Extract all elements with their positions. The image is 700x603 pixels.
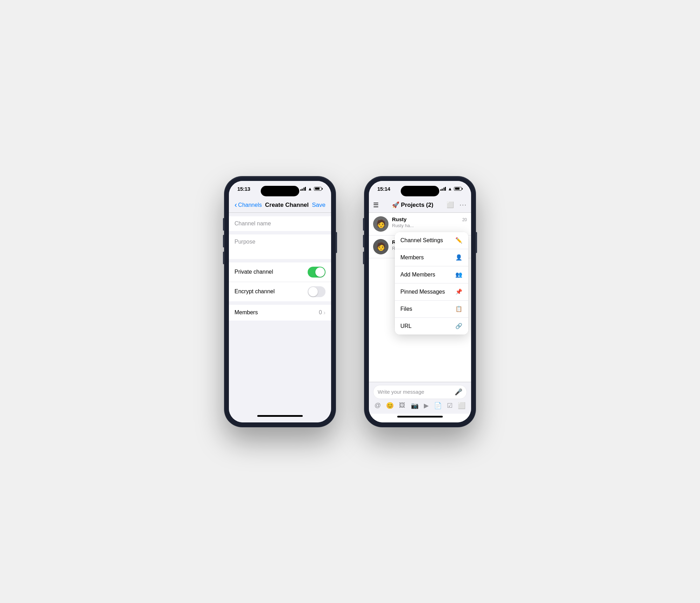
phone1-screen: 15:13 ▲ bbox=[229, 181, 331, 422]
camera-icon[interactable]: 📷 bbox=[411, 402, 419, 409]
dropdown-pinned-messages[interactable]: Pinned Messages 📌 bbox=[395, 283, 468, 301]
members-chevron-icon bbox=[323, 309, 326, 316]
dropdown-add-members[interactable]: Add Members 👥 bbox=[395, 266, 468, 283]
pinned-messages-icon: 📌 bbox=[455, 288, 463, 296]
phone2-screen: 15:14 ▲ bbox=[369, 181, 471, 422]
nav-back-button[interactable]: Channels bbox=[234, 201, 262, 209]
chat-msg-0: Rusty ha... bbox=[392, 223, 467, 228]
pinned-messages-label: Pinned Messages bbox=[400, 289, 445, 295]
hamburger-icon[interactable]: ☰ bbox=[373, 201, 379, 209]
private-channel-label: Private channel bbox=[234, 269, 273, 275]
wifi-icon-2: ▲ bbox=[448, 186, 452, 191]
nav-back-label: Channels bbox=[238, 202, 262, 208]
signal-icon-2 bbox=[440, 187, 446, 191]
channel-name-input[interactable]: Channel name bbox=[229, 216, 331, 231]
save-button[interactable]: Save bbox=[312, 202, 326, 209]
microphone-icon[interactable]: 🎤 bbox=[455, 388, 462, 396]
status-icons-1: ▲ bbox=[300, 186, 323, 191]
chat-item-content-0: Rusty 20 Rusty ha... bbox=[392, 216, 467, 228]
dropdown-menu[interactable]: Channel Settings ✏️ Members 👤 Add Member… bbox=[395, 232, 468, 335]
purpose-placeholder: Purpose bbox=[234, 239, 255, 245]
battery-icon-2 bbox=[454, 187, 463, 191]
members-row[interactable]: Members 0 bbox=[229, 305, 331, 321]
members-count: 0 bbox=[319, 309, 322, 316]
dropdown-channel-settings[interactable]: Channel Settings ✏️ bbox=[395, 232, 468, 249]
members-menu-icon: 👤 bbox=[455, 254, 463, 261]
wifi-icon-1: ▲ bbox=[308, 186, 312, 191]
channel-settings-label: Channel Settings bbox=[400, 237, 443, 244]
status-time-2: 15:14 bbox=[377, 186, 390, 192]
members-menu-label: Members bbox=[400, 254, 424, 261]
add-members-icon: 👥 bbox=[455, 271, 463, 279]
status-icons-2: ▲ bbox=[440, 186, 463, 191]
home-area-1 bbox=[229, 413, 331, 422]
chat-name-0: Rusty bbox=[392, 216, 407, 222]
message-input-row: Write your message 🎤 bbox=[373, 385, 467, 399]
files-icon: 📋 bbox=[455, 305, 463, 313]
url-label: URL bbox=[400, 323, 412, 329]
chat-nav-icons: ⬜ ··· bbox=[447, 201, 467, 209]
message-bar: Write your message 🎤 @ 😊 🖼 📷 ▶ 📄 ☑ ⬜ bbox=[369, 382, 471, 414]
video-icon[interactable]: ▶ bbox=[424, 402, 429, 409]
dropdown-members[interactable]: Members 👤 bbox=[395, 249, 468, 266]
avatar-1: 🧑 bbox=[373, 239, 388, 254]
dropdown-url[interactable]: URL 🔗 bbox=[395, 318, 468, 335]
files-label: Files bbox=[400, 306, 412, 312]
chat-title: 🚀 Projects (2) bbox=[392, 201, 433, 209]
back-chevron-icon bbox=[234, 201, 237, 209]
dropdown-files[interactable]: Files 📋 bbox=[395, 301, 468, 318]
purpose-input[interactable]: Purpose bbox=[229, 234, 331, 259]
channel-name-placeholder: Channel name bbox=[234, 220, 271, 226]
encrypt-channel-row: Encrypt channel bbox=[229, 282, 331, 301]
members-label: Members bbox=[234, 309, 258, 316]
url-icon: 🔗 bbox=[455, 322, 463, 330]
page-title-1: Create Channel bbox=[265, 202, 309, 209]
private-channel-row: Private channel bbox=[229, 262, 331, 282]
message-toolbar: @ 😊 🖼 📷 ▶ 📄 ☑ ⬜ bbox=[373, 399, 467, 411]
members-value: 0 bbox=[319, 309, 326, 316]
checklist-icon[interactable]: ☑ bbox=[447, 402, 453, 409]
phone-create-channel: 15:13 ▲ bbox=[224, 176, 336, 427]
grid-icon[interactable]: ⬜ bbox=[458, 402, 465, 409]
at-icon[interactable]: @ bbox=[374, 402, 381, 409]
home-indicator-2 bbox=[397, 416, 443, 418]
avatar-0: 🧑 bbox=[373, 216, 388, 232]
toggle-group: Private channel Encrypt channel bbox=[229, 262, 331, 301]
chat-list: 🧑 Rusty 20 Rusty ha... 🧑 bbox=[369, 213, 471, 382]
phone-projects-chat: 15:14 ▲ bbox=[364, 176, 476, 427]
dynamic-island-2 bbox=[401, 186, 439, 196]
encrypt-channel-label: Encrypt channel bbox=[234, 288, 275, 295]
chat-time-0: 20 bbox=[462, 217, 467, 222]
screen-icon[interactable]: ⬜ bbox=[447, 201, 454, 209]
file-icon[interactable]: 📄 bbox=[434, 402, 442, 409]
chat-item-header-0: Rusty 20 bbox=[392, 216, 467, 222]
add-members-label: Add Members bbox=[400, 272, 435, 278]
encrypt-channel-toggle[interactable] bbox=[308, 286, 326, 297]
dynamic-island bbox=[261, 186, 299, 196]
battery-icon-1 bbox=[314, 187, 323, 191]
home-area-2 bbox=[369, 414, 471, 422]
chat-nav: ☰ 🚀 Projects (2) ⬜ ··· bbox=[369, 198, 471, 213]
status-time-1: 15:13 bbox=[237, 186, 250, 192]
private-channel-toggle[interactable] bbox=[308, 267, 326, 278]
channel-name-group: Channel name bbox=[229, 216, 331, 231]
home-indicator-1 bbox=[257, 415, 303, 417]
signal-icon-1 bbox=[300, 187, 306, 191]
nav-bar-1: Channels Create Channel Save bbox=[229, 198, 331, 213]
more-icon[interactable]: ··· bbox=[460, 201, 467, 209]
toggle-thumb-encrypt bbox=[308, 287, 318, 296]
purpose-group: Purpose bbox=[229, 234, 331, 259]
message-placeholder: Write your message bbox=[378, 389, 452, 395]
image-icon[interactable]: 🖼 bbox=[399, 402, 405, 409]
channel-settings-icon: ✏️ bbox=[455, 237, 463, 244]
create-channel-form: Channel name Purpose Private channel bbox=[229, 213, 331, 413]
emoji-icon[interactable]: 😊 bbox=[386, 402, 394, 409]
toggle-thumb-private bbox=[315, 267, 325, 277]
